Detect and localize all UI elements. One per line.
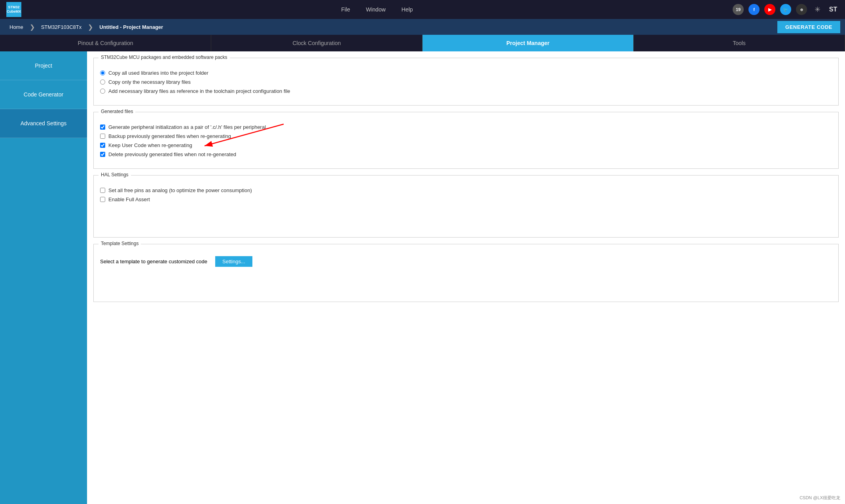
stm32cubemx-logo: STM32CubeMX (6, 2, 21, 17)
facebook-icon[interactable]: f (748, 4, 760, 15)
checkbox-keep-user-code-input[interactable] (100, 143, 105, 148)
checkbox-keep-user-code-label: Keep User Code when re-generating (108, 142, 192, 148)
breadcrumb-bar: Home ❯ STM32F103C8Tx ❯ Untitled - Projec… (0, 19, 845, 35)
checkbox-free-pins-input[interactable] (100, 188, 105, 193)
sidebar: Project Code Generator Advanced Settings (0, 51, 87, 504)
breadcrumb-mcu[interactable]: STM32F103C8Tx (36, 19, 87, 35)
checkbox-backup-files[interactable]: Backup previously generated files when r… (100, 133, 832, 139)
radio-copy-necessary-label: Copy only the necessary library files (108, 79, 191, 85)
radio-copy-all-label: Copy all used libraries into the project… (108, 70, 208, 76)
checkbox-free-pins-label: Set all free pins as analog (to optimize… (108, 187, 252, 193)
content-area: Project Code Generator Advanced Settings… (0, 51, 845, 504)
version-icon: 19 (733, 4, 744, 15)
radio-copy-necessary[interactable]: Copy only the necessary library files (100, 79, 832, 85)
checkbox-delete-prev-files-label: Delete previously generated files when n… (108, 151, 236, 157)
youtube-icon[interactable]: ▶ (764, 4, 775, 15)
top-bar: STM32CubeMX File Window Help 19 f ▶ 🐦 ⌾ … (0, 0, 845, 19)
sidebar-item-project[interactable]: Project (0, 51, 87, 80)
menu-file[interactable]: File (341, 6, 350, 13)
watermark: CSDN @LX很爱吃龙 (800, 495, 840, 501)
checkbox-keep-user-code[interactable]: Keep User Code when re-generating (100, 142, 832, 148)
checkbox-generate-peripheral-label: Generate peripheral initialization as a … (108, 124, 266, 130)
hal-settings-title: HAL Settings (99, 172, 131, 177)
checkbox-generate-peripheral[interactable]: Generate peripheral initialization as a … (100, 124, 832, 130)
twitter-icon[interactable]: 🐦 (780, 4, 791, 15)
template-settings-group: Template Settings Select a template to g… (93, 244, 839, 302)
main-tabs: Pinout & Configuration Clock Configurati… (0, 35, 845, 51)
checkbox-free-pins[interactable]: Set all free pins as analog (to optimize… (100, 187, 832, 193)
checkbox-backup-files-label: Backup previously generated files when r… (108, 133, 231, 139)
checkbox-full-assert-input[interactable] (100, 197, 105, 202)
mcu-packages-title: STM32Cube MCU packages and embedded soft… (99, 55, 230, 60)
radio-copy-necessary-input[interactable] (100, 79, 105, 85)
radio-copy-all-input[interactable] (100, 70, 105, 76)
checkbox-full-assert[interactable]: Enable Full Assert (100, 196, 832, 202)
github-icon[interactable]: ⌾ (796, 4, 807, 15)
hal-settings-group: HAL Settings Set all free pins as analog… (93, 175, 839, 238)
menu-window[interactable]: Window (366, 6, 386, 13)
checkbox-backup-files-input[interactable] (100, 134, 105, 139)
breadcrumb-project[interactable]: Untitled - Project Manager (95, 19, 168, 35)
tab-project-manager[interactable]: Project Manager (422, 35, 634, 51)
star-icon[interactable]: ✳ (812, 4, 823, 15)
menu-help[interactable]: Help (402, 6, 413, 13)
checkbox-generate-peripheral-input[interactable] (100, 125, 105, 130)
checkbox-delete-prev-files-input[interactable] (100, 152, 105, 157)
checkbox-delete-prev-files[interactable]: Delete previously generated files when n… (100, 151, 832, 157)
generated-files-group: Generated files Generate peripheral init… (93, 112, 839, 169)
checkbox-full-assert-label: Enable Full Assert (108, 196, 150, 202)
breadcrumb-home[interactable]: Home (5, 19, 28, 35)
radio-add-reference-input[interactable] (100, 89, 105, 94)
radio-add-reference[interactable]: Add necessary library files as reference… (100, 88, 832, 94)
sidebar-item-code-generator[interactable]: Code Generator (0, 80, 87, 109)
tab-tools[interactable]: Tools (634, 35, 845, 51)
top-icons: 19 f ▶ 🐦 ⌾ ✳ ST (733, 4, 839, 15)
logo-area: STM32CubeMX (6, 2, 21, 17)
template-label: Select a template to generate customized… (100, 259, 207, 264)
top-menu: File Window Help (37, 6, 717, 13)
radio-add-reference-label: Add necessary library files as reference… (108, 88, 290, 94)
template-row: Select a template to generate customized… (100, 256, 832, 267)
settings-button[interactable]: Settings... (215, 256, 252, 267)
st-logo-icon: ST (828, 4, 839, 15)
generated-files-title: Generated files (99, 109, 135, 114)
main-panel: STM32Cube MCU packages and embedded soft… (87, 51, 845, 504)
breadcrumb-arrow-2: ❯ (88, 23, 93, 31)
breadcrumb-arrow-1: ❯ (30, 23, 35, 31)
sidebar-item-advanced-settings[interactable]: Advanced Settings (0, 109, 87, 138)
template-settings-title: Template Settings (99, 241, 141, 246)
radio-copy-all[interactable]: Copy all used libraries into the project… (100, 70, 832, 76)
mcu-packages-group: STM32Cube MCU packages and embedded soft… (93, 58, 839, 106)
generate-code-button[interactable]: GENERATE CODE (777, 21, 840, 33)
tab-pinout[interactable]: Pinout & Configuration (0, 35, 211, 51)
tab-clock[interactable]: Clock Configuration (211, 35, 422, 51)
